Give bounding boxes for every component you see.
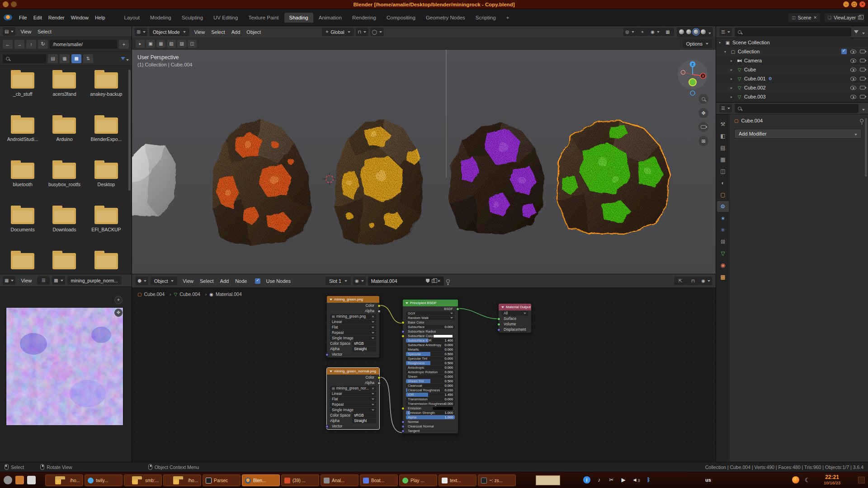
- properties-tab-icon[interactable]: ◫: [717, 166, 729, 177]
- new-folder-button[interactable]: +: [119, 40, 129, 49]
- node-row[interactable]: Alpha: [330, 309, 376, 314]
- expand-icon[interactable]: ▾: [719, 41, 723, 45]
- navigation-gizmo[interactable]: Z X: [678, 60, 708, 95]
- node-row[interactable]: Single Image: [330, 336, 376, 341]
- unlink-material-icon[interactable]: ✕: [437, 279, 441, 283]
- outliner-row[interactable]: ▸ Cube.003 ⚙: [716, 92, 868, 101]
- properties-tab-icon[interactable]: ▢: [717, 189, 729, 200]
- properties-tab-icon[interactable]: ▦: [717, 154, 729, 165]
- show-desktop-button[interactable]: [858, 477, 865, 483]
- node-row[interactable]: Vector: [330, 352, 376, 357]
- node-material-output[interactable]: Material Output All Surface Volume: [498, 303, 532, 333]
- workspace-tab[interactable]: Compositing: [382, 13, 420, 23]
- 2d-cursor-gizmo[interactable]: +: [114, 296, 123, 304]
- shader-mode-dropdown[interactable]: Object: [151, 277, 177, 285]
- zoom-gizmo[interactable]: [698, 94, 708, 104]
- burger-menu-icon[interactable]: ☰: [37, 276, 50, 285]
- viewport-menu[interactable]: Select: [208, 28, 228, 36]
- input-socket[interactable]: [401, 425, 405, 428]
- properties-options-icon[interactable]: [861, 104, 865, 113]
- folder-tile[interactable]: Arduino: [43, 116, 85, 161]
- tool-icon[interactable]: ▧: [167, 40, 176, 48]
- night-mode-icon[interactable]: ☾: [805, 477, 810, 483]
- folder-tile[interactable]: busybox_rootfs: [43, 161, 85, 206]
- node-row[interactable]: Metallic 0.000: [406, 347, 455, 352]
- workspace-tab[interactable]: Animation: [314, 13, 347, 23]
- topbar-menu[interactable]: Help: [92, 14, 108, 22]
- node-row[interactable]: Single Image: [330, 408, 376, 413]
- launcher-icon[interactable]: [27, 476, 36, 484]
- node-row[interactable]: Anisotropic Rotation 0.000: [406, 370, 455, 374]
- tray-icon[interactable]: i: [583, 476, 590, 483]
- node-row[interactable]: Alpha: [330, 380, 376, 385]
- output-socket[interactable]: [456, 307, 459, 310]
- file-browser-menu[interactable]: View: [17, 28, 34, 36]
- copy-viewlayer-icon[interactable]: [858, 16, 861, 19]
- node-row[interactable]: mining_green.png: [330, 314, 376, 319]
- shading-wireframe-icon[interactable]: [679, 29, 684, 35]
- node-row[interactable]: Color: [330, 375, 376, 380]
- options-dropdown[interactable]: Options: [683, 39, 712, 48]
- display-thumbnails-button[interactable]: ▩: [71, 54, 81, 63]
- properties-tab-icon[interactable]: ∗: [717, 213, 729, 224]
- image-browse-icon[interactable]: ▩: [52, 276, 65, 285]
- node-row[interactable]: Transmission Roughness 0.000: [406, 402, 455, 406]
- topbar-menu[interactable]: Edit: [30, 14, 45, 22]
- shading-material-icon[interactable]: [693, 29, 699, 35]
- display-list-button[interactable]: ▤: [48, 54, 58, 63]
- back-button[interactable]: ←: [3, 40, 13, 49]
- tool-icon[interactable]: ◫: [188, 40, 197, 48]
- input-socket[interactable]: [401, 330, 405, 333]
- workspace-tab[interactable]: Texture Paint: [243, 13, 283, 23]
- gizmo-toggle-icon[interactable]: ⌖: [636, 28, 649, 36]
- node-row[interactable]: Volume: [502, 322, 528, 327]
- node-row[interactable]: Clearcoat Roughness 0.030: [406, 388, 455, 392]
- filter-toggle-icon[interactable]: [121, 57, 125, 60]
- shader-menu[interactable]: Select: [197, 277, 217, 285]
- filter-options-icon[interactable]: [125, 55, 129, 63]
- object-name[interactable]: Scene Collection: [732, 40, 770, 45]
- workspace-tab[interactable]: +: [501, 13, 514, 23]
- rock-gray-partial[interactable]: [132, 144, 176, 217]
- node-row[interactable]: Clearcoat Normal: [406, 424, 455, 428]
- node-row[interactable]: Flat: [330, 397, 376, 402]
- render-visibility-icon[interactable]: [860, 95, 865, 99]
- browser-icon[interactable]: [792, 476, 799, 483]
- viewport-3d[interactable]: Z X ⊞ Object Mode ViewSelectAddObject ⌖G…: [132, 26, 716, 274]
- node-row[interactable]: Roughness 0.500: [406, 361, 455, 365]
- maximize-button[interactable]: ▢: [851, 1, 857, 7]
- filter-options-icon[interactable]: [861, 28, 865, 36]
- node-row[interactable]: Tangent: [406, 429, 455, 433]
- output-socket[interactable]: [377, 381, 381, 385]
- node-row[interactable]: Displacement: [502, 327, 528, 332]
- input-socket[interactable]: [326, 353, 329, 356]
- properties-tab-icon[interactable]: ▤: [717, 142, 729, 153]
- tray-icon[interactable]: ✂: [608, 476, 615, 483]
- folder-tile[interactable]: [85, 251, 127, 273]
- node-row[interactable]: Alpha Straight: [330, 418, 376, 423]
- shader-menu[interactable]: View: [179, 277, 197, 285]
- collapse-icon[interactable]: [501, 306, 504, 308]
- folder-tile[interactable]: EFI_BACKUP: [85, 206, 127, 251]
- node-row[interactable]: Flat: [330, 325, 376, 330]
- properties-tab-icon[interactable]: ▩: [717, 272, 729, 282]
- outliner-row[interactable]: ▸ Cube.001 ⚙: [716, 74, 868, 83]
- tray-icon[interactable]: ᛒ: [645, 476, 652, 483]
- node-row[interactable]: Color Space sRGB: [330, 413, 376, 418]
- node-header[interactable]: Material Output: [499, 304, 531, 310]
- input-socket[interactable]: [401, 321, 405, 324]
- node-row[interactable]: Random Walk: [406, 316, 455, 320]
- add-modifier-button[interactable]: Add Modifier: [734, 129, 862, 139]
- node-row[interactable]: Vector: [330, 424, 376, 429]
- node-image-texture-normal[interactable]: mining_green_normal.png Color Alpha: [326, 367, 380, 430]
- breadcrumb-item[interactable]: Cube.004: [137, 291, 171, 297]
- image-name-field[interactable]: mining_purple_norm...: [67, 276, 122, 285]
- color-swatch[interactable]: [433, 407, 453, 410]
- image-editor-view-menu[interactable]: View: [18, 277, 35, 285]
- outliner-row[interactable]: ▾ Scene Collection ⚙: [716, 38, 868, 47]
- parent-node-tree-icon[interactable]: ⇱: [674, 277, 687, 285]
- outliner-row[interactable]: ▸ Cube ⚙: [716, 65, 868, 74]
- shading-options-icon[interactable]: [708, 28, 711, 36]
- taskbar-window-button[interactable]: Play ...: [399, 474, 437, 486]
- node-header[interactable]: Principled BSDF: [403, 300, 458, 306]
